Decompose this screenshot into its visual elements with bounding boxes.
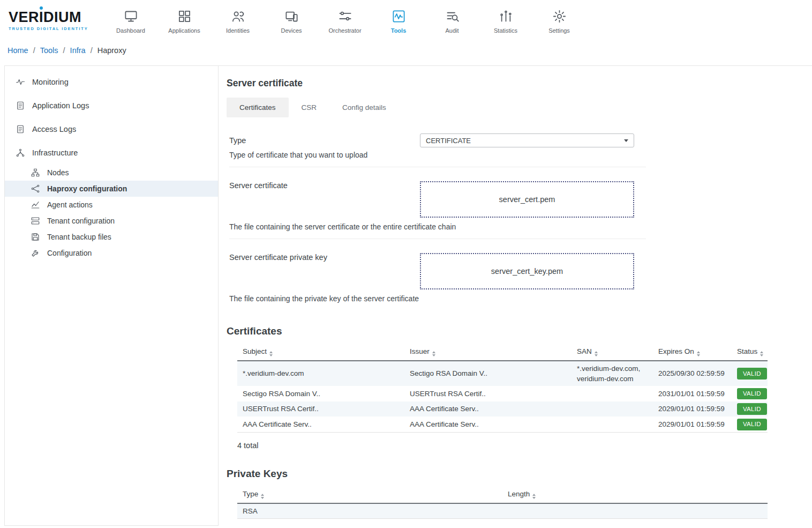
- sidebar-item-monitoring[interactable]: Monitoring: [5, 70, 218, 94]
- breadcrumb-infra[interactable]: Infra: [70, 46, 86, 55]
- column-header-status[interactable]: Status: [732, 344, 768, 361]
- sidebar-item-agent-actions[interactable]: Agent actions: [5, 197, 218, 213]
- breadcrumb-home[interactable]: Home: [7, 46, 28, 55]
- nav-label: Applications: [168, 27, 200, 34]
- orchestrator-icon: [338, 9, 352, 24]
- sidebar-item-configuration[interactable]: Configuration: [5, 245, 218, 261]
- type-label: Type: [229, 136, 420, 145]
- sort-icon[interactable]: [760, 351, 763, 356]
- column-header-type[interactable]: Type: [237, 486, 502, 503]
- sidebar-item-label: Tenant backup files: [47, 233, 111, 241]
- table-row[interactable]: USERTrust RSA Certif..AAA Certificate Se…: [237, 401, 768, 417]
- sort-icon[interactable]: [261, 494, 264, 499]
- nav-item-tools[interactable]: Tools: [372, 7, 425, 34]
- column-header-length[interactable]: Length: [502, 486, 768, 503]
- cell-issuer: USERTrust RSA Certif..: [404, 386, 572, 401]
- sort-icon[interactable]: [697, 351, 700, 356]
- cell-san: [572, 401, 653, 417]
- sidebar-item-label: Application Logs: [32, 101, 89, 110]
- breadcrumb-separator: /: [33, 46, 35, 55]
- type-help-text: Type of certificate that you want to upl…: [229, 151, 646, 159]
- nav-item-statistics[interactable]: Statistics: [479, 7, 532, 34]
- infrastructure-icon: [16, 148, 25, 158]
- logo-text: VERIDIUM: [9, 10, 99, 25]
- tenant-backup-files-icon: [31, 232, 40, 242]
- table-row[interactable]: *.veridium-dev.comSectigo RSA Domain V..…: [237, 361, 768, 386]
- nav-item-devices[interactable]: Devices: [265, 7, 318, 34]
- tab-config-details[interactable]: Config details: [329, 98, 399, 117]
- cell-status: VALID: [732, 386, 768, 401]
- sidebar-item-label: Agent actions: [47, 200, 93, 209]
- sort-icon[interactable]: [532, 494, 536, 499]
- sidebar-item-label: Infrastructure: [32, 148, 78, 157]
- audit-icon: [445, 9, 460, 24]
- table-row[interactable]: AAA Certificate Serv..AAA Certificate Se…: [237, 417, 768, 432]
- applications-icon: [177, 9, 192, 24]
- cell-san: [572, 417, 653, 432]
- status-badge: VALID: [737, 403, 767, 415]
- sidebar-item-label: Haproxy configuration: [47, 184, 127, 193]
- cell-type: RSA: [237, 503, 502, 518]
- sort-icon[interactable]: [595, 351, 598, 356]
- table-row[interactable]: Sectigo RSA Domain V..USERTrust RSA Cert…: [237, 386, 768, 401]
- server-certificate-dropzone[interactable]: server_cert.pem: [420, 181, 634, 218]
- sidebar-item-access-logs[interactable]: Access Logs: [5, 117, 218, 141]
- sidebar-item-nodes[interactable]: Nodes: [5, 165, 218, 181]
- cell-expires: 2029/01/01 01:59:59: [653, 417, 732, 432]
- nav-item-audit[interactable]: Audit: [425, 7, 479, 34]
- cell-issuer: AAA Certificate Serv..: [404, 401, 572, 417]
- select-value: CERTIFICATE: [426, 137, 471, 145]
- column-header-expires[interactable]: Expires On: [653, 344, 732, 361]
- sidebar-item-haproxy-configuration[interactable]: Haproxy configuration: [5, 181, 218, 197]
- form-row-private-key: Server certificate private key server_ce…: [229, 239, 646, 310]
- breadcrumb: Home/Tools/Infra/Haproxy: [0, 41, 812, 65]
- nav-label: Tools: [391, 27, 407, 34]
- status-badge: VALID: [737, 368, 767, 380]
- sidebar-item-tenant-configuration[interactable]: Tenant configuration: [5, 213, 218, 229]
- column-header-label: Length: [508, 490, 530, 498]
- nav-item-applications[interactable]: Applications: [157, 7, 211, 34]
- sort-icon[interactable]: [432, 351, 435, 356]
- main-panel: Server certificate CertificatesCSRConfig…: [219, 65, 812, 526]
- cell-expires: 2031/01/01 01:59:59: [653, 386, 732, 401]
- tab-csr[interactable]: CSR: [289, 98, 330, 117]
- certificates-table: SubjectIssuerSANExpires OnStatus *.verid…: [237, 344, 768, 433]
- certificate-type-select[interactable]: CERTIFICATE: [420, 133, 634, 147]
- sidebar-item-infrastructure[interactable]: Infrastructure: [5, 141, 218, 165]
- form-row-server-certificate: Server certificate server_cert.pem The f…: [229, 167, 646, 239]
- settings-icon: [552, 9, 567, 24]
- certificates-section-title: Certificates: [227, 325, 812, 337]
- breadcrumb-tools[interactable]: Tools: [40, 46, 58, 55]
- private-key-help-text: The file containing the private key of t…: [229, 294, 646, 303]
- table-row[interactable]: RSA: [237, 503, 768, 518]
- nodes-icon: [31, 168, 40, 177]
- sort-icon[interactable]: [269, 351, 273, 356]
- column-header-label: Expires On: [658, 347, 694, 355]
- nav-item-identities[interactable]: Identities: [211, 7, 265, 34]
- sidebar-item-tenant-backup-files[interactable]: Tenant backup files: [5, 229, 218, 245]
- sidebar-item-label: Monitoring: [32, 78, 69, 86]
- tab-certificates[interactable]: Certificates: [227, 98, 289, 117]
- private-keys-table: TypeLength RSA: [237, 486, 768, 519]
- column-header-san[interactable]: SAN: [572, 344, 653, 361]
- nav-item-dashboard[interactable]: Dashboard: [104, 7, 157, 34]
- form-row-type: Type CERTIFICATE Type of certificate tha…: [229, 117, 646, 167]
- private-keys-section-title: Private Keys: [227, 468, 812, 480]
- cell-status: VALID: [732, 401, 768, 417]
- cell-status: VALID: [732, 361, 768, 386]
- identities-icon: [231, 9, 245, 24]
- private-key-dropzone[interactable]: server_cert_key.pem: [420, 253, 634, 289]
- cell-subject: Sectigo RSA Domain V..: [237, 386, 404, 401]
- column-header-subject[interactable]: Subject: [237, 344, 404, 361]
- sidebar: MonitoringApplication LogsAccess LogsInf…: [4, 65, 219, 526]
- nav-item-orchestrator[interactable]: Orchestrator: [318, 7, 372, 34]
- sidebar-item-application-logs[interactable]: Application Logs: [5, 94, 218, 117]
- logo-tagline: TRUSTED DIGITAL IDENTITY: [9, 26, 99, 31]
- column-header-issuer[interactable]: Issuer: [404, 344, 572, 361]
- veridium-logo[interactable]: VERIDIUM TRUSTED DIGITAL IDENTITY: [9, 10, 99, 31]
- nav-label: Identities: [226, 27, 250, 34]
- nav-item-settings[interactable]: Settings: [532, 7, 586, 34]
- certificates-header-row: SubjectIssuerSANExpires OnStatus: [237, 344, 768, 361]
- private-keys-body: RSA: [237, 503, 768, 518]
- nav-label: Audit: [445, 27, 458, 34]
